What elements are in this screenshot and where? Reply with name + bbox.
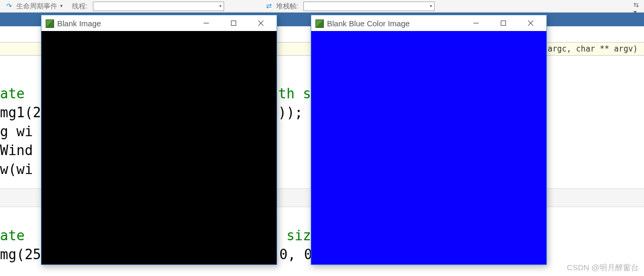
code-fragment: g wi (0, 124, 33, 139)
code-fragment: siz (278, 228, 311, 243)
image-content-black (41, 31, 277, 264)
thread-selector[interactable]: 线程: ▾ (68, 2, 228, 11)
stackframe-selector[interactable]: ⇄ 堆栈帧: ▾ (260, 2, 439, 11)
window-title: Blank Blue Color Image (327, 19, 460, 28)
function-signature-text: t argc, char ** argv) (538, 44, 638, 54)
maximize-button[interactable] (492, 16, 515, 30)
close-button[interactable] (249, 16, 272, 30)
close-button[interactable] (519, 16, 542, 30)
thread-label: 线程: (72, 2, 88, 11)
chevron-down-icon: ▼ (59, 4, 64, 8)
debug-toolbar: ↷ 生命周期事件 ▼ 线程: ▾ ⇄ 堆栈帧: ▾ ⇆▾ (0, 0, 644, 13)
chevron-down-icon: ▾ (219, 4, 221, 8)
stackframe-dropdown[interactable]: ▾ (303, 2, 435, 11)
code-fragment-right2: siz (278, 207, 311, 245)
svg-rect-5 (501, 21, 506, 26)
lifecycle-events-item[interactable]: ↷ 生命周期事件 ▼ (0, 2, 68, 11)
code-fragment: )); (278, 105, 303, 120)
code-fragment: mg1(2 (0, 105, 41, 120)
app-icon (315, 19, 323, 27)
thread-dropdown[interactable]: ▾ (93, 2, 224, 11)
code-fragment: w(wi (0, 161, 33, 177)
code-fragment: ate (0, 228, 33, 243)
code-fragment: Wind (0, 142, 33, 158)
svg-rect-1 (231, 21, 236, 26)
minimize-button[interactable] (195, 16, 218, 30)
watermark: CSDN @明月醉窗台 (567, 263, 639, 273)
image-content-blue (311, 31, 546, 264)
arrow-icon: ↷ (6, 2, 12, 10)
lifecycle-label: 生命周期事件 (16, 2, 57, 11)
chevron-down-icon: ▾ (430, 4, 432, 8)
code-fragment-right: th s )); (278, 65, 311, 122)
cv-window-blank-blue-image[interactable]: Blank Blue Color Image (311, 15, 547, 265)
app-icon (46, 19, 53, 27)
maximize-button[interactable] (222, 16, 245, 30)
code-fragment: ate (0, 86, 33, 101)
window-title: Blank Image (57, 19, 191, 28)
cv-window-blank-image[interactable]: Blank Image (41, 15, 277, 265)
swap-icon: ⇄ (266, 2, 272, 10)
stackframe-label: 堆栈帧: (276, 2, 299, 11)
minimize-button[interactable] (464, 16, 488, 30)
titlebar[interactable]: Blank Blue Color Image (311, 15, 546, 31)
code-fragment: th s (278, 86, 311, 101)
titlebar[interactable]: Blank Image (41, 15, 277, 31)
